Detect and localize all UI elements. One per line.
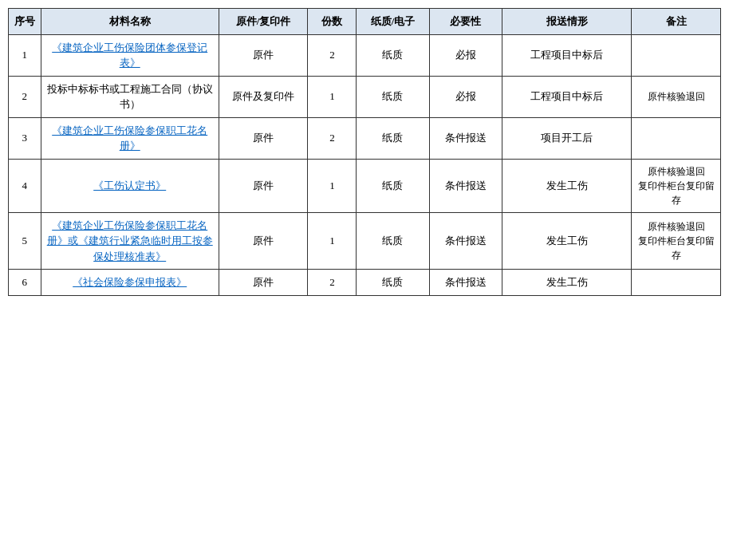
cell-name: 《工伤认定书》	[41, 159, 219, 212]
cell-count: 1	[308, 212, 357, 270]
material-name-link[interactable]: 《建筑企业工伤保险参保职工花名册》	[52, 124, 207, 152]
table-row: 1《建筑企业工伤保险团体参保登记表》原件2纸质必报工程项目中标后	[9, 34, 721, 76]
material-name-link[interactable]: 《建筑企业工伤保险团体参保登记表》	[52, 41, 207, 69]
cell-count: 1	[308, 76, 357, 117]
cell-copy: 原件	[219, 117, 308, 159]
cell-seq: 4	[9, 159, 41, 212]
cell-count: 2	[308, 117, 357, 159]
cell-paper: 纸质	[357, 117, 429, 159]
cell-report: 工程项目中标后	[502, 76, 631, 117]
header-name: 材料名称	[41, 9, 219, 35]
material-name-link[interactable]: 《工伤认定书》	[93, 179, 166, 191]
table-row: 6《社会保险参保申报表》原件2纸质条件报送发生工伤	[9, 270, 721, 296]
cell-copy: 原件及复印件	[219, 76, 308, 117]
table-row: 2投标中标标书或工程施工合同（协议书）原件及复印件1纸质必报工程项目中标后原件核…	[9, 76, 721, 117]
cell-required: 条件报送	[429, 117, 502, 159]
cell-copy: 原件	[219, 159, 308, 212]
cell-name: 《建筑企业工伤保险参保职工花名册》	[41, 117, 219, 159]
cell-note: 原件核验退回	[632, 76, 721, 117]
cell-seq: 6	[9, 270, 41, 296]
cell-required: 必报	[429, 34, 502, 76]
cell-paper: 纸质	[357, 159, 429, 212]
cell-required: 条件报送	[429, 212, 502, 270]
cell-count: 2	[308, 34, 357, 76]
table-row: 3《建筑企业工伤保险参保职工花名册》原件2纸质条件报送项目开工后	[9, 117, 721, 159]
cell-paper: 纸质	[357, 76, 429, 117]
cell-note: 原件核验退回 复印件柜台复印留存	[632, 159, 721, 212]
cell-note: 原件核验退回 复印件柜台复印留存	[632, 212, 721, 270]
cell-report: 发生工伤	[502, 159, 631, 212]
header-count: 份数	[308, 9, 357, 35]
cell-note	[632, 270, 721, 296]
header-note: 备注	[632, 9, 721, 35]
cell-required: 条件报送	[429, 159, 502, 212]
header-paper: 纸质/电子	[357, 9, 429, 35]
cell-count: 1	[308, 159, 357, 212]
cell-note	[632, 117, 721, 159]
cell-required: 条件报送	[429, 270, 502, 296]
cell-name: 《建筑企业工伤保险团体参保登记表》	[41, 34, 219, 76]
cell-count: 2	[308, 270, 357, 296]
header-copy: 原件/复印件	[219, 9, 308, 35]
cell-copy: 原件	[219, 212, 308, 270]
header-seq: 序号	[9, 9, 41, 35]
cell-report: 发生工伤	[502, 212, 631, 270]
cell-seq: 3	[9, 117, 41, 159]
cell-copy: 原件	[219, 34, 308, 76]
header-report: 报送情形	[502, 9, 631, 35]
main-table: 序号 材料名称 原件/复印件 份数 纸质/电子 必要性 报送情形 备注 1《建筑…	[8, 8, 721, 296]
cell-name: 《社会保险参保申报表》	[41, 270, 219, 296]
header-row: 序号 材料名称 原件/复印件 份数 纸质/电子 必要性 报送情形 备注	[9, 9, 721, 35]
cell-paper: 纸质	[357, 212, 429, 270]
cell-name: 《建筑企业工伤保险参保职工花名册》或《建筑行业紧急临时用工按参保处理核准表》	[41, 212, 219, 270]
cell-required: 必报	[429, 76, 502, 117]
cell-note	[632, 34, 721, 76]
cell-seq: 1	[9, 34, 41, 76]
cell-copy: 原件	[219, 270, 308, 296]
material-name-link[interactable]: 《建筑企业工伤保险参保职工花名册》或《建筑行业紧急临时用工按参保处理核准表》	[47, 219, 213, 262]
cell-paper: 纸质	[357, 270, 429, 296]
header-required: 必要性	[429, 9, 502, 35]
cell-report: 发生工伤	[502, 270, 631, 296]
table-row: 4《工伤认定书》原件1纸质条件报送发生工伤原件核验退回 复印件柜台复印留存	[9, 159, 721, 212]
cell-report: 项目开工后	[502, 117, 631, 159]
cell-name: 投标中标标书或工程施工合同（协议书）	[41, 76, 219, 117]
cell-report: 工程项目中标后	[502, 34, 631, 76]
material-name-link[interactable]: 《社会保险参保申报表》	[73, 276, 187, 288]
table-row: 5《建筑企业工伤保险参保职工花名册》或《建筑行业紧急临时用工按参保处理核准表》原…	[9, 212, 721, 270]
cell-paper: 纸质	[357, 34, 429, 76]
cell-seq: 2	[9, 76, 41, 117]
cell-seq: 5	[9, 212, 41, 270]
